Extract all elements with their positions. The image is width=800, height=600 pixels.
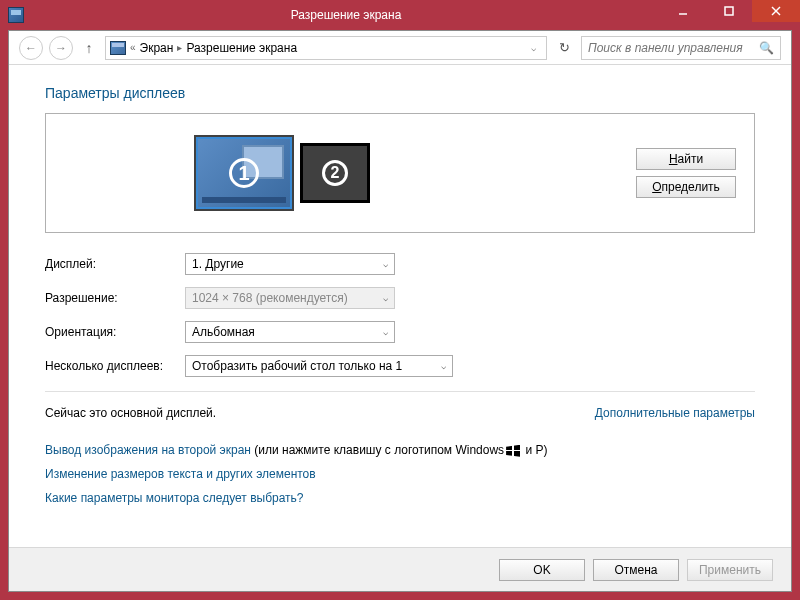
breadcrumb-level2[interactable]: Разрешение экрана: [186, 41, 297, 55]
windows-logo-icon: [506, 445, 520, 457]
text-size-link[interactable]: Изменение размеров текста и других элеме…: [45, 467, 316, 481]
main-panel: Параметры дисплеев 1 2 Найти Определить …: [9, 65, 791, 520]
which-settings-link[interactable]: Какие параметры монитора следует выбрать…: [45, 491, 304, 505]
navigation-bar: ← → ↑ « Экран ▸ Разрешение экрана ⌵ ↻ 🔍: [9, 31, 791, 65]
svg-rect-1: [725, 7, 733, 15]
search-icon[interactable]: 🔍: [759, 41, 774, 55]
search-input[interactable]: [588, 41, 759, 55]
chevron-icon: «: [130, 42, 136, 53]
forward-button[interactable]: →: [49, 36, 73, 60]
titlebar: Разрешение экрана: [0, 0, 800, 30]
page-heading: Параметры дисплеев: [45, 85, 755, 101]
cancel-button[interactable]: Отмена: [593, 559, 679, 581]
project-suffix1: (или нажмите клавишу с логотипом Windows: [251, 443, 504, 457]
maximize-button[interactable]: [706, 0, 752, 22]
status-row: Сейчас это основной дисплей. Дополнитель…: [45, 391, 755, 420]
display-row: Дисплей: 1. Другие ⌵: [45, 253, 755, 275]
display-value: 1. Другие: [192, 257, 244, 271]
content-area: ← → ↑ « Экран ▸ Разрешение экрана ⌵ ↻ 🔍 …: [8, 30, 792, 592]
help-links: Вывод изображения на второй экран (или н…: [45, 438, 755, 510]
orientation-select[interactable]: Альбомная ⌵: [185, 321, 395, 343]
window-title: Разрешение экрана: [32, 8, 660, 22]
chevron-down-icon: ⌵: [383, 327, 388, 337]
multi-display-row: Несколько дисплеев: Отобразить рабочий с…: [45, 355, 755, 377]
project-link[interactable]: Вывод изображения на второй экран: [45, 443, 251, 457]
chevron-down-icon: ⌵: [383, 293, 388, 303]
primary-display-status: Сейчас это основной дисплей.: [45, 406, 595, 420]
breadcrumb-dropdown-icon[interactable]: ⌵: [531, 43, 536, 53]
identify-button[interactable]: Определить: [636, 176, 736, 198]
breadcrumb[interactable]: « Экран ▸ Разрешение экрана ⌵: [105, 36, 547, 60]
control-panel-icon: [110, 41, 126, 55]
minimize-button[interactable]: [660, 0, 706, 22]
chevron-down-icon: ⌵: [441, 361, 446, 371]
orientation-value: Альбомная: [192, 325, 255, 339]
advanced-settings-link[interactable]: Дополнительные параметры: [595, 406, 755, 420]
close-button[interactable]: [752, 0, 800, 22]
orientation-row: Ориентация: Альбомная ⌵: [45, 321, 755, 343]
find-button[interactable]: Найти: [636, 148, 736, 170]
monitor-1-number: 1: [229, 158, 259, 188]
display-select[interactable]: 1. Другие ⌵: [185, 253, 395, 275]
monitor-2[interactable]: 2: [300, 143, 370, 203]
monitor-1[interactable]: 1: [194, 135, 294, 211]
apply-button: Применить: [687, 559, 773, 581]
search-box[interactable]: 🔍: [581, 36, 781, 60]
ok-button[interactable]: OK: [499, 559, 585, 581]
monitor-preview-box: 1 2 Найти Определить: [45, 113, 755, 233]
project-suffix2: и P): [522, 443, 547, 457]
up-button[interactable]: ↑: [79, 40, 99, 56]
breadcrumb-level1[interactable]: Экран: [140, 41, 174, 55]
app-icon: [8, 7, 24, 23]
monitor-previews: 1 2: [194, 135, 370, 211]
chevron-right-icon: ▸: [177, 42, 182, 53]
resolution-value: 1024 × 768 (рекомендуется): [192, 291, 348, 305]
multi-display-value: Отобразить рабочий стол только на 1: [192, 359, 402, 373]
back-button[interactable]: ←: [19, 36, 43, 60]
multi-display-select[interactable]: Отобразить рабочий стол только на 1 ⌵: [185, 355, 453, 377]
dialog-button-bar: OK Отмена Применить: [9, 547, 791, 591]
monitor-action-buttons: Найти Определить: [636, 148, 736, 198]
display-label: Дисплей:: [45, 257, 185, 271]
monitor-2-number: 2: [322, 160, 348, 186]
orientation-label: Ориентация:: [45, 325, 185, 339]
resolution-row: Разрешение: 1024 × 768 (рекомендуется) ⌵: [45, 287, 755, 309]
multi-display-label: Несколько дисплеев:: [45, 359, 185, 373]
resolution-select: 1024 × 768 (рекомендуется) ⌵: [185, 287, 395, 309]
resolution-label: Разрешение:: [45, 291, 185, 305]
refresh-button[interactable]: ↻: [553, 40, 575, 55]
chevron-down-icon: ⌵: [383, 259, 388, 269]
window-controls: [660, 0, 800, 30]
